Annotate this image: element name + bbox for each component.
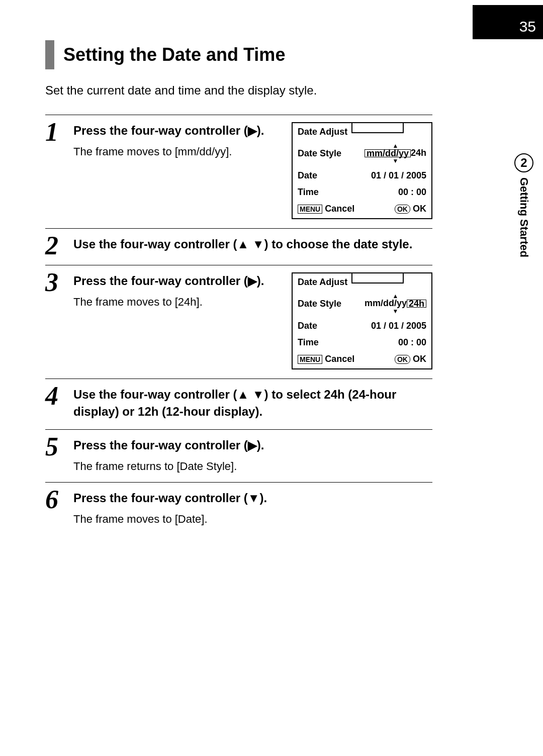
right-triangle-icon: ▶ — [248, 122, 257, 139]
step-number: 2 — [45, 236, 73, 256]
label-date-style: Date Style — [298, 299, 341, 309]
screen-title: Date Adjust — [298, 277, 347, 288]
step-heading: Press the four-way controller (▶). — [73, 122, 280, 139]
step-number: 4 — [45, 386, 73, 420]
down-caret-icon: ▼ — [393, 308, 399, 315]
down-caret-icon: ▼ — [393, 157, 399, 164]
label-date: Date — [298, 170, 317, 181]
down-triangle-icon: ▼ — [252, 386, 264, 403]
ok-icon: OK — [395, 205, 410, 214]
step-number: 3 — [45, 272, 73, 369]
step-heading: Press the four-way controller (▼). — [73, 490, 432, 507]
section-label: Getting Started — [517, 177, 530, 257]
step-number: 6 — [45, 490, 73, 526]
step-desc: The frame returns to [Date Style]. — [73, 460, 432, 473]
section-number-circle: 2 — [514, 153, 533, 172]
up-triangle-icon: ▲ — [237, 236, 249, 253]
right-triangle-icon: ▶ — [248, 272, 257, 290]
value-time: 00 : 00 — [398, 187, 426, 198]
menu-icon: MENU — [298, 205, 322, 214]
lcd-screen-1: Date Adjust Date Style ▲ mm/dd/yy24h ▼ D… — [292, 122, 432, 219]
page-number: 35 — [519, 18, 536, 35]
step-desc: The frame moves to [mm/dd/yy]. — [73, 145, 280, 158]
manual-page: 35 2 Getting Started Setting the Date an… — [0, 0, 543, 756]
step-heading: Use the four-way controller (▲ ▼) to sel… — [73, 386, 432, 420]
date-style-value: mm/dd/yy — [365, 149, 411, 157]
tab-notch-icon — [351, 272, 404, 284]
up-triangle-icon: ▲ — [237, 386, 249, 403]
step-heading: Press the four-way controller (▶). — [73, 272, 280, 290]
screen-title: Date Adjust — [298, 127, 347, 137]
title-row: Setting the Date and Time — [45, 40, 432, 69]
value-time: 00 : 00 — [398, 337, 426, 348]
label-time: Time — [298, 337, 319, 348]
page-title: Setting the Date and Time — [63, 40, 285, 69]
step-heading: Use the four-way controller (▲ ▼) to cho… — [73, 236, 432, 253]
label-date: Date — [298, 321, 317, 331]
step-1: 1 Press the four-way controller (▶). The… — [45, 115, 432, 219]
tab-notch-icon — [351, 122, 404, 133]
step-heading: Press the four-way controller (▶). — [73, 437, 432, 454]
value-date: 01 / 01 / 2005 — [371, 170, 426, 181]
value-date: 01 / 01 / 2005 — [371, 321, 426, 331]
section-tab: 2 Getting Started — [509, 153, 539, 257]
label-date-style: Date Style — [298, 148, 341, 159]
step-number: 1 — [45, 122, 73, 219]
right-triangle-icon: ▶ — [248, 437, 257, 454]
cancel-label: Cancel — [325, 204, 354, 214]
time-format-value: 24h — [407, 300, 426, 308]
ok-label: OK — [413, 354, 426, 364]
step-4: 4 Use the four-way controller (▲ ▼) to s… — [45, 379, 432, 420]
step-desc: The frame moves to [Date]. — [73, 513, 432, 526]
menu-icon: MENU — [298, 355, 322, 364]
content-area: Setting the Date and Time Set the curren… — [45, 40, 432, 535]
step-5: 5 Press the four-way controller (▶). The… — [45, 429, 432, 473]
title-bar-icon — [45, 40, 54, 69]
step-number: 5 — [45, 437, 73, 473]
down-triangle-icon: ▼ — [252, 236, 264, 253]
step-6: 6 Press the four-way controller (▼). The… — [45, 482, 432, 526]
ok-icon: OK — [395, 355, 410, 364]
page-number-box: 35 — [473, 5, 543, 39]
ok-label: OK — [413, 204, 426, 214]
step-3: 3 Press the four-way controller (▶). The… — [45, 265, 432, 369]
intro-text: Set the current date and time and the di… — [45, 83, 432, 98]
label-time: Time — [298, 187, 319, 198]
step-desc: The frame moves to [24h]. — [73, 296, 280, 309]
lcd-screen-2: Date Adjust Date Style ▲ mm/dd/yy24h ▼ D… — [292, 272, 432, 369]
down-triangle-icon: ▼ — [248, 490, 260, 507]
step-2: 2 Use the four-way controller (▲ ▼) to c… — [45, 228, 432, 256]
cancel-label: Cancel — [325, 354, 354, 364]
